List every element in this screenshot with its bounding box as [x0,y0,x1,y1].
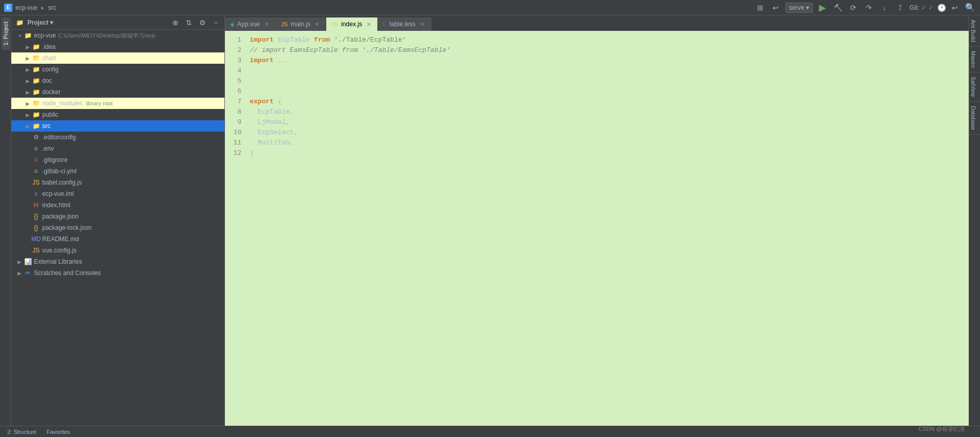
editor-area: ◈ App.vue ✕ JS main.js ✕ JS index.js ✕ L… [225,15,969,426]
project-tab-label[interactable]: 1: Project [2,17,10,49]
serve-dropdown[interactable]: serve ▾ [785,3,813,13]
breadcrumb-folder[interactable]: src [48,4,56,11]
expand-icon: ▶ [15,258,24,266]
tab-index-js[interactable]: JS index.js ✕ [326,17,378,31]
code-line-7: export { [250,97,969,107]
code-line-3: import ... [250,56,969,66]
breadcrumb-project[interactable]: ecp-vue [15,4,38,11]
tree-item-public[interactable]: ▶ 📁 public [11,109,224,120]
item-path: C:\Users\WEIYI\Desktop\前端学习\ecp- [58,32,157,40]
app-icon: E [4,4,12,12]
line-num-8: 8 [225,107,241,117]
js-file-icon: JS [32,246,40,254]
item-name: index.html [42,202,71,209]
resume-button[interactable]: ⤴ [894,2,905,13]
breadcrumb-separator: ▸ [41,4,44,11]
tree-item-chart[interactable]: ▶ 📁 chart [11,52,224,64]
structure-tab[interactable]: 2: Structure [4,428,40,436]
tree-item-iml[interactable]: ≡ ecp-vue.iml [11,188,224,199]
tree-item-config[interactable]: ▶ 📁 config [11,64,224,75]
tree-item-vue-config[interactable]: JS vue.config.js [11,245,224,256]
tab-app-vue[interactable]: ◈ App.vue ✕ [225,17,276,31]
tree-item-docker[interactable]: ▶ 📁 docker [11,86,224,98]
window-layout-button[interactable]: ⊞ [755,2,766,13]
folder-icon: 📁 [32,43,40,51]
tab-table-less[interactable]: L table.less ✕ [378,17,431,31]
tree-item-idea[interactable]: ▶ 📁 .idea [11,41,224,52]
tab-close-button[interactable]: ✕ [365,21,372,28]
git-file-icon: ≡ [32,156,40,164]
tree-item-gitignore[interactable]: ≡ .gitignore [11,154,224,166]
panel-header: 📁 Project ▾ ⊕ ⇅ ⚙ − [11,15,224,30]
tab-main-js[interactable]: JS main.js ✕ [276,17,326,31]
project-panel: 📁 Project ▾ ⊕ ⇅ ⚙ − ▾ 📁 ecp-vue C:\Users… [11,15,225,426]
tree-item-index-html[interactable]: H index.html [11,199,224,211]
step-into-button[interactable]: ↓ [879,2,890,13]
database-tab[interactable]: Database [969,102,980,135]
folder-icon: 📁 [32,122,40,130]
bottom-panels: 2: Structure Favorites [0,426,980,437]
collapse-all-button[interactable]: ⇅ [184,18,194,27]
line-num-11: 11 [225,138,241,148]
expand-icon: ▶ [24,111,32,119]
tree-item-scratches[interactable]: ▶ ✏ Scratches and Consoles [11,267,224,279]
tree-item-src[interactable]: ▶ 📁 src [11,120,224,132]
config-file-icon: ⚙ [32,133,40,141]
close-panel-button[interactable]: − [211,18,220,27]
tab-close-button[interactable]: ✕ [263,21,270,28]
folder-icon: 📁 [32,88,40,96]
left-side-tabs: 1: Project [0,15,11,426]
scratch-icon: ✏ [24,269,32,277]
git-revert-button[interactable]: ↩ [949,2,960,13]
code-line-5 [250,76,969,86]
less-file-icon: L [383,21,386,27]
maven-tab[interactable]: Maven [969,47,980,72]
tree-item-package-json[interactable]: {} package.json [11,211,224,222]
tree-item-node-modules[interactable]: ▶ 📁 node_modules library root [11,98,224,109]
tree-item-package-lock-json[interactable]: {} package-lock.json [11,222,224,233]
expand-icon: ▾ [15,31,24,40]
code-editor[interactable]: import EcpTable from './Table/EcpTable' … [246,31,969,426]
tab-bar: ◈ App.vue ✕ JS main.js ✕ JS index.js ✕ L… [225,15,969,31]
item-name: Scratches and Consoles [34,269,101,277]
expand-icon: ▶ [24,43,32,51]
tab-close-button[interactable]: ✕ [313,21,321,28]
tree-item-readme[interactable]: MD README.md [11,233,224,245]
step-over-button[interactable]: ↷ [863,2,874,13]
ant-build-tab[interactable]: Ant Build [969,15,980,47]
back-button[interactable]: ↩ [770,2,781,13]
expand-icon: ▶ [24,99,32,107]
search-button[interactable]: 🔍 [965,2,976,13]
tree-item-babel[interactable]: JS babel.config.js [11,177,224,188]
item-name: External Libraries [34,258,82,265]
run-button[interactable]: ▶ [817,2,828,13]
item-name: .gitignore [42,156,67,163]
tree-item-gitlab-ci[interactable]: ≡ .gitlab-ci.yml [11,166,224,177]
tree-item-doc[interactable]: ▶ 📁 doc [11,75,224,86]
git-history-button[interactable]: 🕐 [936,2,947,13]
code-line-2: // import EamsEcpTable from './Table/Eam… [250,45,969,56]
item-name: ecp-vue [34,32,56,39]
tree-item-root[interactable]: ▾ 📁 ecp-vue C:\Users\WEIYI\Desktop\前端学习\… [11,30,224,41]
file-tree: ▾ 📁 ecp-vue C:\Users\WEIYI\Desktop\前端学习\… [11,30,224,426]
salview-tab[interactable]: SalView [969,72,980,102]
settings-icon[interactable]: ⚙ [198,18,207,27]
build-button[interactable]: 🔨 [832,2,844,13]
item-name: package-lock.json [42,224,92,231]
tab-label: main.js [291,21,310,28]
library-icon: 📊 [24,258,32,266]
tree-item-env[interactable]: ≡ .env [11,143,224,154]
title-bar-left: E ecp-vue ▸ src [4,4,755,12]
tab-label: index.js [341,21,362,28]
item-name: ecp-vue.iml [42,190,74,197]
item-name: .gitlab-ci.yml [42,168,77,175]
tree-item-editorconfig[interactable]: ⚙ .editorconfig [11,132,224,143]
tree-item-external-libraries[interactable]: ▶ 📊 External Libraries [11,256,224,267]
expand-icon: ▶ [24,88,32,96]
locate-file-button[interactable]: ⊕ [171,18,180,27]
favorites-tab[interactable]: Favorites [44,428,73,436]
refresh-button[interactable]: ⟳ [848,2,859,13]
tab-close-button[interactable]: ✕ [418,21,426,28]
folder-icon: 📁 [32,54,40,62]
item-name: .idea [42,43,56,50]
